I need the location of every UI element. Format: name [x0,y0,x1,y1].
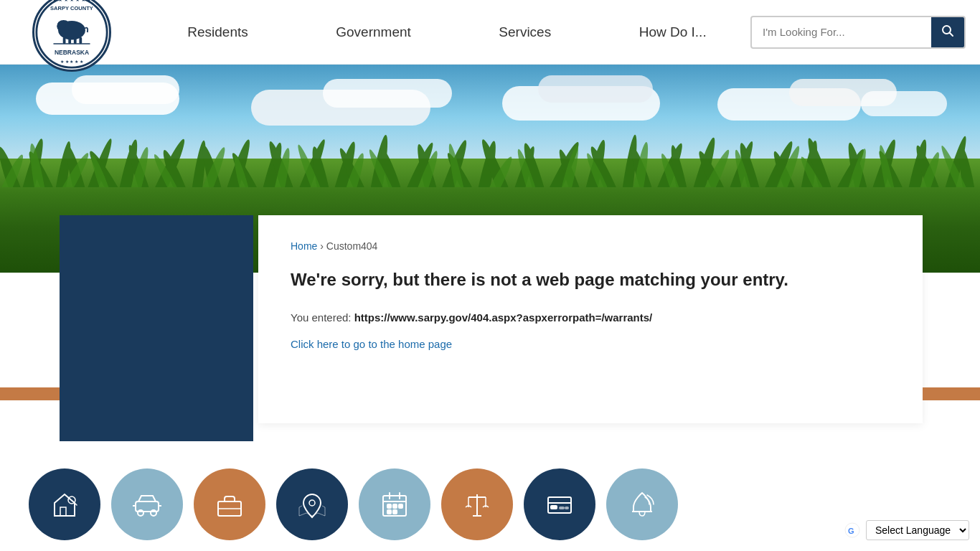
svg-rect-8 [74,37,77,43]
svg-rect-9 [79,37,82,43]
error-home-link[interactable]: Click here to go to the home page [291,338,452,350]
svg-rect-98 [60,507,66,516]
icon-alerts[interactable] [606,468,678,540]
briefcase-icon [214,489,245,520]
calendar-icon [379,489,410,520]
svg-text:SARPY COUNTY: SARPY COUNTY [50,4,93,11]
svg-point-108 [309,500,315,506]
svg-rect-117 [393,510,397,514]
nav-residents[interactable]: Residents [173,17,263,47]
icon-maps[interactable] [276,468,348,540]
breadcrumb: Home › Custom404 [291,240,890,252]
icon-row: G Select Language [0,458,980,551]
car-icon [131,489,163,520]
page-wrapper: ★ ★ ★ ★ ★ ★ ★ SARPY COUNTY [0,0,980,551]
error-entered-text: You entered: https://www.sarpy.gov/404.a… [291,311,890,324]
entered-url: https://www.sarpy.gov/404.aspx?aspxerror… [354,311,653,324]
svg-text:G: G [848,527,854,535]
entered-label: You entered: [291,311,352,324]
icon-property-search[interactable] [29,468,100,540]
rust-bar-right [923,387,980,400]
svg-text:NEBRASKA: NEBRASKA [55,49,89,56]
svg-rect-125 [551,506,557,509]
svg-rect-113 [387,504,391,508]
svg-rect-123 [548,497,571,513]
nav-area: Residents Government Services How Do I..… [143,0,750,64]
svg-rect-7 [68,37,71,43]
error-home-link-container: Click here to go to the home page [291,338,890,350]
nav-government[interactable]: Government [321,17,425,47]
translate-bar: G Select Language [844,520,969,540]
icon-jobs[interactable] [194,468,265,540]
search-area [750,16,966,49]
nav-how-do-i[interactable]: How Do I... [625,17,721,47]
search-button[interactable] [931,17,964,47]
payment-icon [544,489,575,520]
rust-bar-left [0,387,60,400]
alert-icon [626,489,658,520]
icon-calendar[interactable] [359,468,430,540]
error-title: We're sorry, but there is not a web page… [291,270,890,290]
breadcrumb-separator: › [320,240,324,252]
svg-point-5 [57,20,65,28]
icon-courts[interactable] [441,468,513,540]
svg-rect-116 [387,510,391,514]
breadcrumb-home[interactable]: Home [291,240,317,252]
icon-vehicle[interactable] [111,468,183,540]
icon-payments[interactable] [524,468,595,540]
logo-area: ★ ★ ★ ★ ★ ★ ★ SARPY COUNTY [0,0,143,64]
header: ★ ★ ★ ★ ★ ★ ★ SARPY COUNTY [0,0,980,65]
language-select[interactable]: Select Language [866,520,969,540]
left-sidebar [60,215,253,441]
search-box [750,16,966,49]
svg-rect-127 [565,507,568,509]
svg-text:★ ★ ★ ★ ★ ★ ★: ★ ★ ★ ★ ★ ★ ★ [52,0,90,2]
google-logo: G [844,522,860,538]
breadcrumb-current: Custom404 [326,240,378,252]
map-pin-icon [296,489,328,520]
site-logo: ★ ★ ★ ★ ★ ★ ★ SARPY COUNTY [32,0,111,72]
svg-rect-114 [393,504,397,508]
svg-rect-115 [399,504,402,508]
svg-line-14 [950,32,953,36]
scales-icon [461,489,493,520]
error-card: Home › Custom404 We're sorry, but there … [258,215,923,423]
svg-rect-126 [560,507,564,509]
search-icon [941,24,954,37]
svg-text:★ ★ ★ ★ ★: ★ ★ ★ ★ ★ [60,59,83,63]
nav-services[interactable]: Services [484,17,565,47]
svg-rect-6 [63,37,66,43]
house-search-icon [49,489,80,520]
search-input[interactable] [752,19,931,45]
